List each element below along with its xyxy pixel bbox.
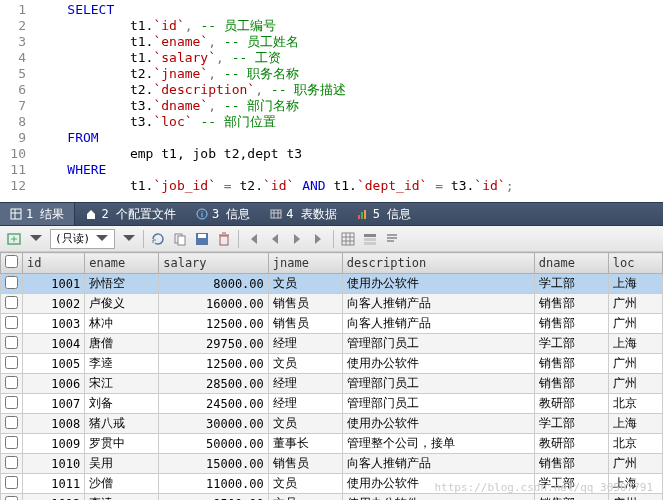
- row-checkbox[interactable]: [1, 354, 23, 374]
- code-line[interactable]: t2.`description`, -- 职务描述: [36, 82, 346, 98]
- sql-editor[interactable]: 1 SELECT2 t1.`id`, -- 员工编号3 t1.`ename`, …: [0, 0, 663, 202]
- cell-dname[interactable]: 销售部: [534, 494, 608, 501]
- tab-3信息[interactable]: 3 信息: [186, 203, 260, 225]
- cell-id[interactable]: 1010: [23, 454, 85, 474]
- next-icon[interactable]: [289, 231, 305, 247]
- cell-jname[interactable]: 销售员: [268, 294, 342, 314]
- col-dname[interactable]: dname: [534, 253, 608, 274]
- cell-jname[interactable]: 文员: [268, 474, 342, 494]
- code-line[interactable]: t1.`job_id` = t2.`id` AND t1.`dept_id` =…: [36, 178, 514, 194]
- cell-description[interactable]: 管理部门员工: [342, 374, 534, 394]
- row-checkbox[interactable]: [1, 314, 23, 334]
- cell-loc[interactable]: 上海: [608, 334, 662, 354]
- code-line[interactable]: WHERE: [36, 162, 106, 178]
- table-row[interactable]: 1012李逵9500.00文员使用办公软件销售部广州: [1, 494, 663, 501]
- cell-ename[interactable]: 吴用: [85, 454, 159, 474]
- cell-loc[interactable]: 北京: [608, 394, 662, 414]
- cell-id[interactable]: 1005: [23, 354, 85, 374]
- row-checkbox[interactable]: [1, 334, 23, 354]
- cell-description[interactable]: 向客人推销产品: [342, 314, 534, 334]
- export-icon[interactable]: [6, 231, 22, 247]
- cell-description[interactable]: 使用办公软件: [342, 354, 534, 374]
- cell-id[interactable]: 1009: [23, 434, 85, 454]
- cell-description[interactable]: 使用办公软件: [342, 414, 534, 434]
- cell-salary[interactable]: 9500.00: [159, 494, 269, 501]
- dropdown-icon[interactable]: [28, 231, 44, 247]
- cell-jname[interactable]: 文员: [268, 414, 342, 434]
- cell-jname[interactable]: 经理: [268, 334, 342, 354]
- cell-ename[interactable]: 罗贯中: [85, 434, 159, 454]
- cell-salary[interactable]: 12500.00: [159, 314, 269, 334]
- cell-salary[interactable]: 16000.00: [159, 294, 269, 314]
- cell-jname[interactable]: 经理: [268, 394, 342, 414]
- col-ename[interactable]: ename: [85, 253, 159, 274]
- row-checkbox[interactable]: [1, 394, 23, 414]
- row-checkbox[interactable]: [1, 414, 23, 434]
- table-row[interactable]: 1003林冲12500.00销售员向客人推销产品销售部广州: [1, 314, 663, 334]
- table-row[interactable]: 1001孙悟空8000.00文员使用办公软件学工部上海: [1, 274, 663, 294]
- cell-id[interactable]: 1006: [23, 374, 85, 394]
- table-row[interactable]: 1006宋江28500.00经理管理部门员工销售部广州: [1, 374, 663, 394]
- cell-jname[interactable]: 经理: [268, 374, 342, 394]
- cell-ename[interactable]: 李逵: [85, 494, 159, 501]
- cell-id[interactable]: 1008: [23, 414, 85, 434]
- table-row[interactable]: 1007刘备24500.00经理管理部门员工教研部北京: [1, 394, 663, 414]
- cell-dname[interactable]: 销售部: [534, 354, 608, 374]
- cell-dname[interactable]: 销售部: [534, 374, 608, 394]
- cell-jname[interactable]: 文员: [268, 274, 342, 294]
- row-checkbox[interactable]: [1, 374, 23, 394]
- cell-id[interactable]: 1007: [23, 394, 85, 414]
- tab-5信息[interactable]: 5 信息: [347, 203, 421, 225]
- code-line[interactable]: SELECT: [36, 2, 114, 18]
- code-line[interactable]: t3.`loc` -- 部门位置: [36, 114, 276, 130]
- cell-jname[interactable]: 董事长: [268, 434, 342, 454]
- cell-id[interactable]: 1012: [23, 494, 85, 501]
- code-line[interactable]: t2.`jname`, -- 职务名称: [36, 66, 299, 82]
- cell-dname[interactable]: 学工部: [534, 274, 608, 294]
- tab-2个配置文件[interactable]: 2 个配置文件: [75, 203, 185, 225]
- cell-ename[interactable]: 孙悟空: [85, 274, 159, 294]
- table-row[interactable]: 1002卢俊义16000.00销售员向客人推销产品销售部广州: [1, 294, 663, 314]
- code-line[interactable]: t3.`dname`, -- 部门名称: [36, 98, 299, 114]
- col-jname[interactable]: jname: [268, 253, 342, 274]
- code-line[interactable]: t1.`id`, -- 员工编号: [36, 18, 276, 34]
- form-icon[interactable]: [362, 231, 378, 247]
- cell-dname[interactable]: 学工部: [534, 414, 608, 434]
- cell-ename[interactable]: 刘备: [85, 394, 159, 414]
- cell-dname[interactable]: 教研部: [534, 434, 608, 454]
- save-icon[interactable]: [194, 231, 210, 247]
- cell-loc[interactable]: 广州: [608, 354, 662, 374]
- cell-ename[interactable]: 李逵: [85, 354, 159, 374]
- cell-id[interactable]: 1002: [23, 294, 85, 314]
- cell-loc[interactable]: 上海: [608, 274, 662, 294]
- table-row[interactable]: 1008猪八戒30000.00文员使用办公软件学工部上海: [1, 414, 663, 434]
- code-line[interactable]: t1.`ename`, -- 员工姓名: [36, 34, 299, 50]
- cell-description[interactable]: 向客人推销产品: [342, 454, 534, 474]
- text-icon[interactable]: [384, 231, 400, 247]
- cell-description[interactable]: 管理整个公司，接单: [342, 434, 534, 454]
- dropdown-icon[interactable]: [121, 231, 137, 247]
- cell-description[interactable]: 使用办公软件: [342, 494, 534, 501]
- table-row[interactable]: 1011沙僧11000.00文员使用办公软件学工部上海: [1, 474, 663, 494]
- row-checkbox[interactable]: [1, 454, 23, 474]
- col-salary[interactable]: salary: [159, 253, 269, 274]
- cell-salary[interactable]: 12500.00: [159, 354, 269, 374]
- copy-icon[interactable]: [172, 231, 188, 247]
- code-line[interactable]: emp t1, job t2,dept t3: [36, 146, 302, 162]
- cell-dname[interactable]: 教研部: [534, 394, 608, 414]
- cell-loc[interactable]: 广州: [608, 374, 662, 394]
- table-row[interactable]: 1010吴用15000.00销售员向客人推销产品销售部广州: [1, 454, 663, 474]
- cell-id[interactable]: 1004: [23, 334, 85, 354]
- grid-icon[interactable]: [340, 231, 356, 247]
- mode-combo[interactable]: (只读): [50, 229, 115, 249]
- row-checkbox[interactable]: [1, 494, 23, 501]
- cell-loc[interactable]: 广州: [608, 494, 662, 501]
- cell-dname[interactable]: 学工部: [534, 474, 608, 494]
- table-row[interactable]: 1004唐僧29750.00经理管理部门员工学工部上海: [1, 334, 663, 354]
- cell-jname[interactable]: 文员: [268, 494, 342, 501]
- cell-id[interactable]: 1003: [23, 314, 85, 334]
- cell-ename[interactable]: 宋江: [85, 374, 159, 394]
- cell-loc[interactable]: 广州: [608, 294, 662, 314]
- tab-1结果[interactable]: 1 结果: [0, 203, 75, 225]
- cell-ename[interactable]: 林冲: [85, 314, 159, 334]
